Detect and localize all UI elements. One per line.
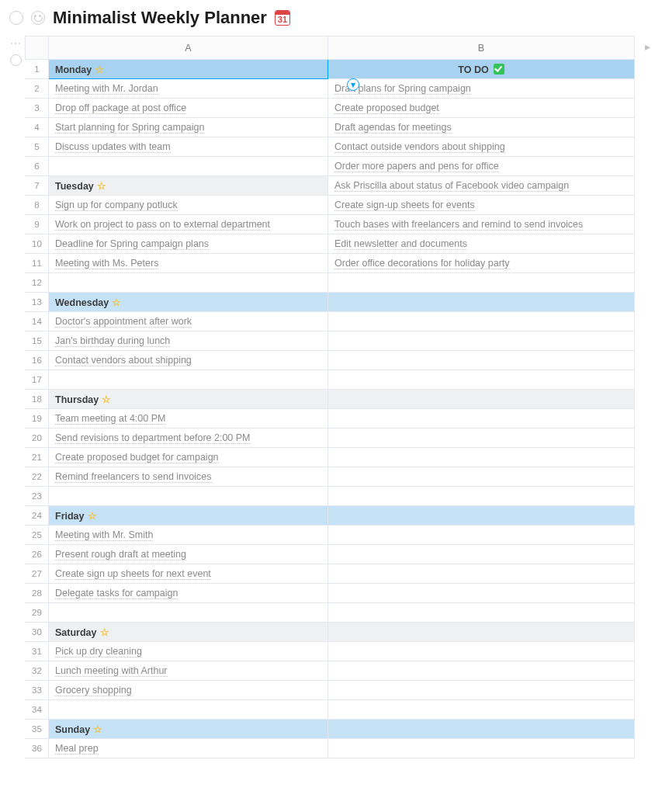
cell-a[interactable]: Sign up for company potluck <box>49 196 328 215</box>
cell-b[interactable]: TO DO <box>328 60 635 79</box>
row-number[interactable]: 23 <box>26 487 49 506</box>
cell-b[interactable] <box>328 351 635 370</box>
row-number[interactable]: 25 <box>26 526 49 545</box>
cell-b[interactable] <box>328 584 635 603</box>
row-number[interactable]: 26 <box>26 545 49 564</box>
row-number[interactable]: 27 <box>26 564 49 584</box>
cell-b[interactable]: Draft agendas for meetings <box>328 118 635 137</box>
row-checkbox-icon[interactable] <box>10 54 22 66</box>
cell-a[interactable]: Doctor's appointment after work <box>49 312 328 331</box>
table-row[interactable]: 17 <box>26 370 635 390</box>
cell-a[interactable]: Work on project to pass on to external d… <box>49 215 328 234</box>
cell-b[interactable] <box>328 681 635 700</box>
cell-b[interactable] <box>328 409 635 429</box>
cell-b[interactable] <box>328 390 635 409</box>
row-number[interactable]: 29 <box>26 603 49 623</box>
cell-a[interactable]: Send revisions to department before 2:00… <box>49 429 328 448</box>
row-number[interactable]: 19 <box>26 409 49 429</box>
row-number[interactable]: 24 <box>26 506 49 526</box>
table-row[interactable]: 18Thursday☆ <box>26 390 635 409</box>
row-number[interactable]: 21 <box>26 448 49 467</box>
table-row[interactable]: 15Jan's birthday during lunch <box>26 331 635 351</box>
table-row[interactable]: 28Delegate tasks for campaign <box>26 584 635 603</box>
cell-b[interactable]: Edit newsletter and documents <box>328 234 635 254</box>
row-number[interactable]: 34 <box>26 700 49 720</box>
cell-a[interactable] <box>49 603 328 623</box>
cell-b[interactable] <box>328 293 635 312</box>
row-number[interactable]: 11 <box>26 254 49 273</box>
cell-b[interactable] <box>328 526 635 545</box>
cell-a[interactable]: Sunday☆ <box>49 720 328 739</box>
cell-a[interactable]: Monday☆ <box>49 60 328 79</box>
row-number[interactable]: 13 <box>26 293 49 312</box>
cell-b[interactable] <box>328 700 635 720</box>
row-number[interactable]: 12 <box>26 273 49 293</box>
cell-a[interactable]: Thursday☆ <box>49 390 328 409</box>
table-row[interactable]: 16Contact vendors about shipping <box>26 351 635 370</box>
page-title[interactable]: Minimalist Weekly Planner <box>53 8 267 28</box>
column-header-a[interactable]: A <box>49 36 328 60</box>
cell-a[interactable]: Create sign up sheets for next event <box>49 564 328 584</box>
cell-a[interactable] <box>49 370 328 390</box>
row-number[interactable]: 18 <box>26 390 49 409</box>
cell-a[interactable] <box>49 487 328 506</box>
row-number[interactable]: 35 <box>26 720 49 739</box>
cell-a[interactable]: Drop off package at post office <box>49 99 328 118</box>
table-row[interactable]: 1Monday☆TO DO <box>26 60 635 79</box>
cell-b[interactable]: Order more papers and pens for office <box>328 157 635 176</box>
table-row[interactable]: 31Pick up dry cleaning <box>26 642 635 661</box>
cell-a[interactable]: Grocery shopping <box>49 681 328 700</box>
cell-b[interactable]: Order office decorations for holiday par… <box>328 254 635 273</box>
cell-a[interactable]: Tuesday☆ <box>49 176 328 196</box>
row-number[interactable]: 16 <box>26 351 49 370</box>
cell-b[interactable] <box>328 273 635 293</box>
cell-b[interactable] <box>328 564 635 584</box>
cell-a[interactable]: Meal prep <box>49 739 328 758</box>
table-row[interactable]: 9Work on project to pass on to external … <box>26 215 635 234</box>
table-row[interactable]: 12 <box>26 273 635 293</box>
cell-a[interactable]: Meeting with Ms. Peters <box>49 254 328 273</box>
table-row[interactable]: 30Saturday☆ <box>26 623 635 642</box>
cell-a[interactable] <box>49 157 328 176</box>
table-row[interactable]: 25Meeting with Mr. Smith <box>26 526 635 545</box>
emoji-icon[interactable] <box>31 11 45 25</box>
cell-b[interactable] <box>328 739 635 758</box>
cell-b[interactable] <box>328 506 635 526</box>
cell-a[interactable] <box>49 700 328 720</box>
cell-b[interactable] <box>328 467 635 487</box>
cell-a[interactable]: Friday☆ <box>49 506 328 526</box>
cell-b[interactable]: Ask Priscilla about status of Facebook v… <box>328 176 635 196</box>
table-row[interactable]: 2Meeting with Mr. JordanDraft plans for … <box>26 79 635 99</box>
table-row[interactable]: 19Team meeting at 4:00 PM <box>26 409 635 429</box>
table-row[interactable]: 11Meeting with Ms. PetersOrder office de… <box>26 254 635 273</box>
table-row[interactable]: 20Send revisions to department before 2:… <box>26 429 635 448</box>
cell-a[interactable]: Lunch meeting with Arthur <box>49 661 328 681</box>
table-row[interactable]: 4Start planning for Spring campaignDraft… <box>26 118 635 137</box>
cell-b[interactable] <box>328 448 635 467</box>
cell-b[interactable] <box>328 603 635 623</box>
table-row[interactable]: 36Meal prep <box>26 739 635 758</box>
table-row[interactable]: 7Tuesday☆Ask Priscilla about status of F… <box>26 176 635 196</box>
cell-a[interactable]: Jan's birthday during lunch <box>49 331 328 351</box>
cell-a[interactable] <box>49 273 328 293</box>
table-row[interactable]: 27Create sign up sheets for next event <box>26 564 635 584</box>
cell-a[interactable]: Wednesday☆ <box>49 293 328 312</box>
row-number[interactable]: 14 <box>26 312 49 331</box>
table-row[interactable]: 34 <box>26 700 635 720</box>
row-number[interactable]: 28 <box>26 584 49 603</box>
row-number[interactable]: 22 <box>26 467 49 487</box>
row-number[interactable]: 17 <box>26 370 49 390</box>
cell-a[interactable]: Contact vendors about shipping <box>49 351 328 370</box>
cell-b[interactable]: Contact outside vendors about shipping <box>328 137 635 157</box>
row-number[interactable]: 20 <box>26 429 49 448</box>
cell-b[interactable] <box>328 429 635 448</box>
cell-a[interactable]: Team meeting at 4:00 PM <box>49 409 328 429</box>
cell-b[interactable] <box>328 661 635 681</box>
row-number[interactable]: 15 <box>26 331 49 351</box>
cell-b[interactable] <box>328 545 635 564</box>
table-row[interactable]: 26Present rough draft at meeting <box>26 545 635 564</box>
row-number[interactable]: 6 <box>26 157 49 176</box>
cell-b[interactable] <box>328 642 635 661</box>
cell-a[interactable]: Remind freelancers to send invoices <box>49 467 328 487</box>
cell-b[interactable] <box>328 312 635 331</box>
